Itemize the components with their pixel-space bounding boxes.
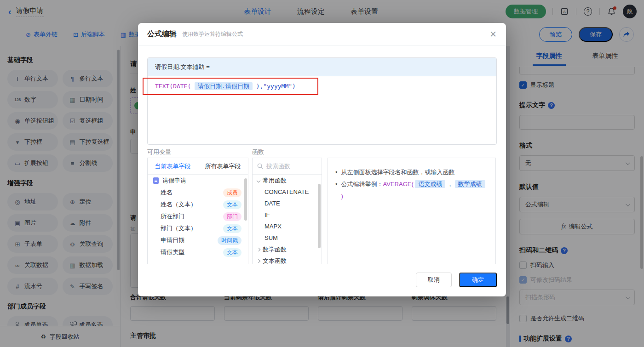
function-item-DATE[interactable]: DATE	[253, 198, 322, 209]
formula-editor-modal: 公式编辑 使用数学运算符编辑公式 ✕ 请假日期.文本辅助 = TEXT(DATE…	[138, 23, 506, 296]
function-name: IF	[264, 211, 270, 218]
variable-type-badge: 时间戳	[218, 236, 242, 245]
formula-variable-chip[interactable]: 请假日期.请假日期	[195, 82, 253, 90]
function-group-常用函数[interactable]: 常用函数	[253, 175, 322, 186]
variable-item[interactable]: 请假类型文本	[148, 246, 248, 258]
function-group-文本函数[interactable]: 文本函数	[253, 255, 322, 264]
function-name: DATE	[264, 200, 280, 207]
variable-item[interactable]: 姓名成员	[148, 187, 248, 199]
formula-assign-line: 请假日期.文本辅助 =	[148, 58, 496, 76]
search-icon	[257, 163, 263, 169]
function-item-IF[interactable]: IF	[253, 209, 322, 221]
variable-name: 姓名	[161, 188, 223, 197]
variable-root[interactable]: 请假申请	[148, 175, 248, 187]
function-group-label: 文本函数	[263, 257, 287, 265]
function-name: SUM	[264, 234, 278, 241]
variable-type-badge: 文本	[223, 248, 242, 257]
function-group-数学函数[interactable]: 数学函数	[253, 244, 322, 255]
variables-scrollbar[interactable]	[244, 178, 247, 221]
variable-item[interactable]: 部门（文本）文本	[148, 222, 248, 234]
formula-code-area[interactable]: TEXT(DATE( 请假日期.请假日期 ),"yyyyMM")	[148, 76, 496, 144]
variable-name: 所在部门	[161, 212, 223, 221]
function-item-CONCATENATE[interactable]: CONCATENATE	[253, 186, 322, 198]
help-line-2: 公式编辑举例：AVERAGE( 语文成绩 ， 数学成绩 )	[341, 178, 488, 202]
variable-item[interactable]: 姓名（文本）文本	[148, 199, 248, 210]
variable-item[interactable]: 所在部门部门	[148, 210, 248, 222]
caret-down-icon	[257, 178, 260, 182]
function-group-label: 数学函数	[263, 245, 287, 254]
variables-panel: 当前表单字段所有表单字段 请假申请姓名成员姓名（文本）文本所在部门部门部门（文本…	[147, 158, 248, 264]
function-group-label: 常用函数	[263, 176, 287, 185]
help-example-chip-2: 数学成绩	[455, 180, 485, 188]
variables-section-label: 可用变量	[147, 148, 171, 156]
variables-tab-当前表单字段[interactable]: 当前表单字段	[148, 158, 198, 174]
modal-title: 公式编辑	[147, 29, 177, 39]
variable-type-badge: 成员	[223, 188, 242, 197]
variables-tabs: 当前表单字段所有表单字段	[148, 158, 248, 175]
confirm-button[interactable]: 确定	[459, 273, 497, 287]
modal-header: 公式编辑 使用数学运算符编辑公式 ✕	[138, 23, 506, 46]
variable-name: 请假类型	[161, 248, 223, 256]
formula-rest-token: ),"yyyyMM")	[256, 83, 296, 90]
variables-tab-所有表单字段[interactable]: 所有表单字段	[198, 158, 248, 174]
formula-help-panel: •从左侧面板选择字段名和函数，或输入函数 • 公式编辑举例：AVERAGE( 语…	[328, 158, 496, 264]
variable-name: 姓名（文本）	[161, 200, 223, 209]
variable-list: 请假申请姓名成员姓名（文本）文本所在部门部门部门（文本）文本申请日期时间戳请假类…	[148, 175, 248, 258]
variable-type-badge: 文本	[223, 200, 242, 209]
variable-name: 申请日期	[161, 236, 218, 245]
function-list: 常用函数CONCATENATEDATEIFMAPXSUM数学函数文本函数	[253, 175, 322, 264]
variable-name: 部门（文本）	[161, 224, 223, 233]
functions-scrollbar[interactable]	[318, 184, 321, 248]
help-example-function: AVERAGE(	[383, 181, 414, 188]
help-example-chip-1: 语文成绩	[415, 180, 445, 188]
functions-section-label: 函数	[252, 148, 264, 156]
function-item-MAPX[interactable]: MAPX	[253, 221, 322, 232]
variable-item[interactable]: 申请日期时间戳	[148, 234, 248, 246]
function-name: CONCATENATE	[264, 188, 309, 195]
caret-right-icon	[257, 259, 260, 262]
variable-type-badge: 文本	[223, 224, 242, 233]
modal-footer: 取消 确定	[416, 273, 497, 287]
function-name: MAPX	[264, 223, 282, 230]
function-item-SUM[interactable]: SUM	[253, 232, 322, 244]
close-icon[interactable]: ✕	[489, 30, 497, 39]
variable-root-label: 请假申请	[162, 176, 242, 185]
search-placeholder: 搜索函数	[266, 162, 290, 171]
formula-editor-box: 请假日期.文本辅助 = TEXT(DATE( 请假日期.请假日期 ),"yyyy…	[147, 57, 497, 145]
function-search-input[interactable]: 搜索函数	[253, 158, 322, 175]
variable-type-badge: 部门	[223, 212, 242, 221]
cancel-button[interactable]: 取消	[416, 273, 452, 287]
caret-right-icon	[257, 247, 260, 251]
form-doc-icon	[153, 177, 159, 184]
help-line-1: 从左侧面板选择字段名和函数，或输入函数	[341, 166, 455, 178]
functions-panel: 搜索函数 常用函数CONCATENATEDATEIFMAPXSUM数学函数文本函…	[252, 158, 322, 264]
formula-function-token: TEXT(DATE(	[155, 83, 191, 90]
modal-subtitle: 使用数学运算符编辑公式	[182, 30, 243, 38]
